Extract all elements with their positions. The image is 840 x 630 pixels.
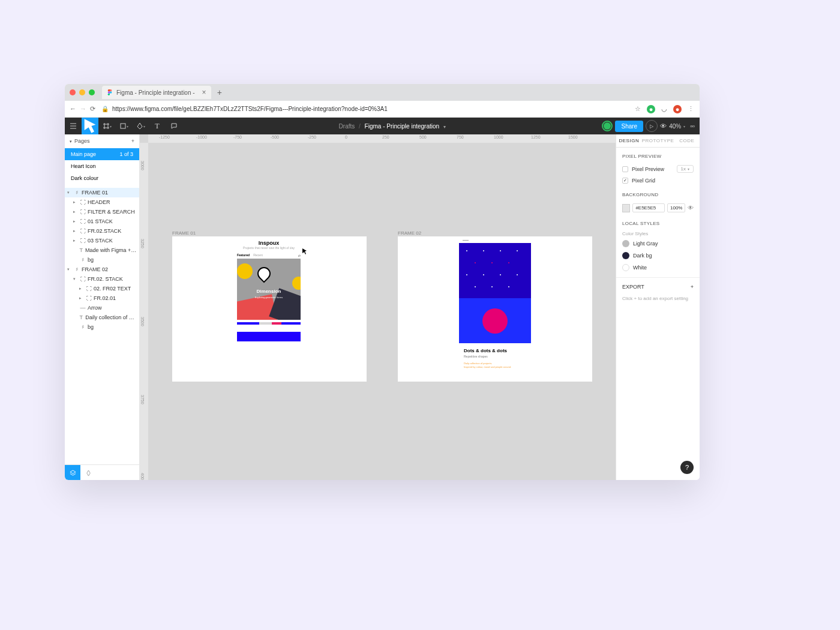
figma-icon: [107, 89, 113, 95]
group-icon: ⛶: [80, 199, 86, 205]
browser-tab[interactable]: Figma - Principle integration - ×: [102, 86, 211, 99]
layer-row[interactable]: ▸⛶01 STACK: [65, 217, 139, 226]
style-dark-bg[interactable]: Dark bg: [616, 250, 700, 262]
layer-frame02[interactable]: ▾♯FRAME 02: [65, 265, 139, 274]
browser-window: Figma - Principle integration - × + ← → …: [65, 84, 700, 480]
lock-icon: 🔒: [101, 106, 109, 112]
tab-prototype[interactable]: PROTOTYPE: [642, 134, 674, 147]
group-icon: ⛶: [80, 209, 86, 215]
pages-header[interactable]: ▾Pages +: [65, 134, 139, 148]
properties-panel: DESIGN PROTOTYPE CODE PIXEL PREVIEW Pixe…: [616, 134, 700, 480]
canvas[interactable]: -1250-1000-750-500-250025050075010001250…: [140, 134, 616, 480]
maximize-window-icon[interactable]: [89, 89, 95, 95]
tab-code[interactable]: CODE: [674, 134, 700, 147]
layer-frame01[interactable]: ▾♯FRAME 01: [65, 188, 139, 197]
frame-label-02[interactable]: FRAME 02: [398, 230, 421, 236]
library-icon[interactable]: ▫▫: [690, 122, 695, 130]
extension-pocket-icon[interactable]: ◡: [660, 105, 668, 113]
new-tab-button[interactable]: +: [217, 88, 222, 97]
share-button[interactable]: Share: [615, 121, 643, 132]
add-export-button[interactable]: +: [691, 284, 694, 290]
browser-menu-icon[interactable]: ⋮: [686, 105, 695, 113]
minimize-window-icon[interactable]: [79, 89, 85, 95]
section-export: EXPORT: [622, 284, 644, 290]
tab-design[interactable]: DESIGN: [616, 134, 642, 147]
forward-button[interactable]: →: [80, 105, 86, 113]
help-button[interactable]: ?: [680, 461, 694, 474]
page-item-dark[interactable]: Dark colour: [65, 172, 139, 184]
frame-icon: ♯: [74, 266, 80, 272]
svg-point-0: [110, 91, 112, 93]
frame-label-01[interactable]: FRAME 01: [172, 230, 196, 236]
browser-tabstrip: Figma - Principle integration - × +: [65, 84, 700, 101]
view-settings-icon[interactable]: 👁: [660, 122, 667, 130]
add-page-button[interactable]: +: [131, 138, 134, 144]
layer-row[interactable]: ▸⛶FR.02.STACK: [65, 226, 139, 236]
bg-opacity-input[interactable]: 100%: [667, 203, 685, 212]
layer-row[interactable]: ▸⛶HEADER: [65, 197, 139, 207]
frame-01[interactable]: Inspoux Projects that never saw the ligh…: [172, 236, 367, 382]
layer-row[interactable]: —Arrow: [65, 303, 139, 313]
reload-button[interactable]: ⟳: [90, 105, 95, 113]
back-button[interactable]: ←: [70, 105, 76, 113]
layer-row[interactable]: TDaily collection of project…: [65, 313, 139, 322]
pixel-grid-checkbox[interactable]: ✓: [622, 178, 628, 184]
chevron-down-icon: ▾: [443, 124, 446, 130]
layers-panel: ▾Pages + Main page 1 of 3 Heart Icon Dar…: [65, 134, 140, 480]
text-tool[interactable]: T: [149, 118, 166, 134]
shape-tool[interactable]: ▾: [115, 118, 132, 134]
pixel-preview-scale[interactable]: 1x▾: [677, 165, 694, 173]
layer-row[interactable]: ▸⛶FILTER & SEARCH: [65, 207, 139, 217]
layer-row[interactable]: ▸⛶03 STACK: [65, 236, 139, 245]
color-styles-label: Color Styles: [616, 230, 700, 238]
search-icon: ⌕: [298, 253, 301, 257]
group-icon: ⛶: [80, 238, 86, 244]
layer-row[interactable]: TMade with Figma + Princi…: [65, 245, 139, 255]
section-background: BACKGROUND: [616, 186, 700, 201]
pen-tool[interactable]: ▾: [132, 118, 149, 134]
address-bar[interactable]: 🔒 https://www.figma.com/file/geLBZZlEh7T…: [101, 106, 628, 112]
style-white[interactable]: White: [616, 262, 700, 274]
extension-badge-icon[interactable]: ●: [673, 105, 682, 113]
pixel-preview-checkbox[interactable]: [622, 166, 628, 172]
present-button[interactable]: ▷: [646, 120, 658, 132]
export-hint: Click + to add an export setting: [616, 296, 700, 301]
layers-tab-button[interactable]: [65, 465, 80, 480]
extension-evernote-icon[interactable]: ●: [647, 105, 655, 113]
comment-tool[interactable]: [166, 118, 182, 134]
close-window-icon[interactable]: [70, 89, 76, 95]
frame-icon: ♯: [74, 190, 80, 196]
app-subtitle: Projects that never saw the light of day: [233, 246, 304, 250]
main-menu-button[interactable]: [65, 118, 82, 134]
star-icon[interactable]: ☆: [634, 105, 642, 113]
user-avatar[interactable]: [602, 121, 613, 131]
move-tool[interactable]: [82, 118, 98, 134]
document-title[interactable]: Drafts / Figma - Principle integration ▾: [182, 123, 602, 130]
bg-hex-input[interactable]: #E5E5E5: [632, 203, 665, 212]
close-tab-icon[interactable]: ×: [202, 88, 206, 97]
layer-row[interactable]: ♯bg: [65, 322, 139, 332]
frame-tool[interactable]: ▾: [98, 118, 115, 134]
frame-02[interactable]: Dots & dots & dots Repetitive shapes Dai…: [398, 236, 592, 382]
layer-row[interactable]: ▾⛶FR.02. STACK: [65, 274, 139, 284]
visibility-toggle-icon[interactable]: 👁: [688, 205, 694, 211]
layer-row[interactable]: ♯bg: [65, 255, 139, 265]
group-icon: ⛶: [86, 295, 92, 301]
text-icon: T: [79, 247, 83, 253]
frame-icon: ♯: [80, 324, 86, 330]
figma-toolbar: ▾ ▾ ▾ T Drafts / Figma - Principle integ…: [65, 118, 700, 134]
page-item-heart[interactable]: Heart Icon: [65, 160, 139, 172]
page-item-main[interactable]: Main page 1 of 3: [65, 148, 139, 160]
rectangle-icon: [119, 122, 127, 130]
assets-tab-button[interactable]: [80, 465, 96, 480]
zoom-level[interactable]: 40%: [669, 123, 681, 130]
text-icon: T: [155, 122, 159, 131]
window-controls[interactable]: [70, 89, 95, 95]
cursor-icon: [82, 118, 98, 134]
layer-row[interactable]: ▸⛶FR.02.01: [65, 293, 139, 303]
style-light-gray[interactable]: Light Gray: [616, 238, 700, 250]
line-icon: —: [80, 305, 86, 311]
canvas-cursor-icon: [302, 248, 308, 254]
layer-row[interactable]: ▸⛶02. FR02 TEXT: [65, 284, 139, 293]
bg-color-swatch[interactable]: [622, 204, 630, 212]
